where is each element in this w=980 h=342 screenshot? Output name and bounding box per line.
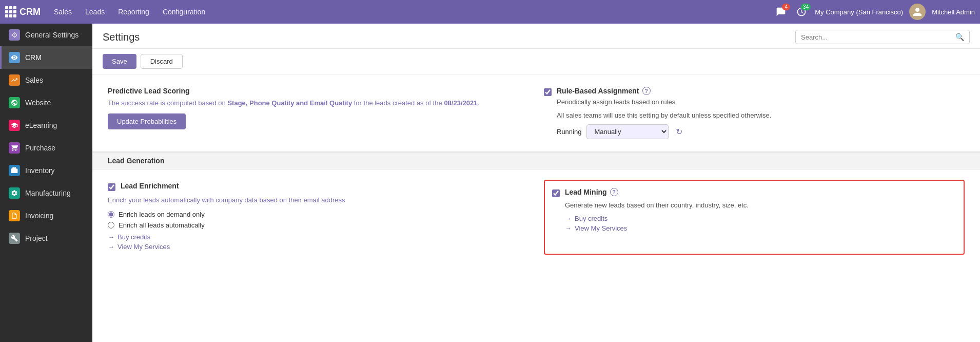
- radio-demand-input[interactable]: [108, 211, 114, 218]
- sidebar-item-project[interactable]: Project: [0, 227, 92, 250]
- crm-icon: [9, 52, 20, 63]
- settings-body: Predictive Lead Scoring The success rate…: [92, 74, 980, 265]
- sidebar-item-label: Manufacturing: [25, 189, 71, 197]
- sidebar-item-label: Purchase: [25, 144, 55, 152]
- rule-based-assignment-block: Rule-Based Assignment ? Periodically ass…: [544, 85, 965, 141]
- topnav-right: 4 34 My Company (San Francisco) Mitchell…: [774, 4, 975, 20]
- running-label: Running: [557, 128, 581, 136]
- lead-enrichment-title: Lead Enrichment: [121, 182, 179, 190]
- app-body: ⚙ General Settings CRM Sales Website e: [0, 24, 980, 342]
- search-icon[interactable]: 🔍: [955, 33, 964, 41]
- lead-mining-title: Lead Mining ?: [565, 188, 956, 196]
- topnav-menu: Sales Leads Reporting Configuration: [48, 5, 771, 19]
- sidebar-item-label: Invoicing: [25, 212, 53, 220]
- clock-notification[interactable]: 34: [794, 5, 809, 19]
- lead-enrichment-checkbox[interactable]: [108, 183, 115, 191]
- website-icon: [9, 97, 20, 108]
- lead-enrichment-block: Lead Enrichment Enrich your leads automa…: [108, 180, 528, 255]
- rule-based-desc1: Periodically assign leads based on rules: [557, 97, 771, 107]
- arrow-icon: →: [108, 233, 114, 241]
- settings-header: Settings 🔍: [92, 24, 980, 49]
- sidebar-item-crm[interactable]: CRM: [0, 46, 92, 69]
- lead-scoring-section: Predictive Lead Scoring The success rate…: [92, 74, 980, 152]
- app-logo[interactable]: CRM: [5, 6, 41, 17]
- sidebar-item-manufacturing[interactable]: Manufacturing: [0, 182, 92, 204]
- arrow-icon: →: [108, 243, 114, 251]
- sidebar-item-label: Sales: [25, 76, 43, 84]
- search-box: 🔍: [795, 30, 970, 44]
- lead-enrichment-desc: Enrich your leads automatically with com…: [108, 195, 528, 205]
- rule-based-desc2: All sales teams will use this setting by…: [557, 110, 771, 121]
- lead-mining-help-icon[interactable]: ?: [610, 188, 618, 196]
- running-row: Running Manually Every Hour Every Day Ev…: [557, 124, 771, 139]
- invoicing-icon: [9, 210, 20, 221]
- purchase-icon: [9, 142, 20, 154]
- lead-generation-content: Lead Enrichment Enrich your leads automa…: [92, 169, 980, 265]
- radio-demand: Enrich leads on demand only: [108, 211, 528, 218]
- rule-based-assignment-checkbox[interactable]: [544, 88, 552, 96]
- refresh-button[interactable]: ↻: [674, 125, 684, 139]
- lead-mining-desc: Generate new leads based on their countr…: [565, 200, 956, 211]
- nav-item-reporting[interactable]: Reporting: [112, 5, 155, 19]
- mining-buy-credits-link[interactable]: → Buy credits: [565, 215, 956, 222]
- user-name[interactable]: Mitchell Admin: [932, 8, 975, 16]
- sidebar-item-label: eLearning: [25, 121, 57, 129]
- enrichment-view-services-link[interactable]: → View My Services: [108, 243, 528, 251]
- sidebar-item-website[interactable]: Website: [0, 91, 92, 114]
- sidebar-item-general-settings[interactable]: ⚙ General Settings: [0, 24, 92, 46]
- rule-based-assignment-title: Rule-Based Assignment ?: [557, 87, 771, 95]
- project-icon: [9, 233, 20, 244]
- lead-mining-checkbox[interactable]: [552, 189, 560, 197]
- sidebar-item-inventory[interactable]: Inventory: [0, 159, 92, 182]
- clock-badge: 34: [801, 4, 811, 10]
- lead-enrichment-header: Lead Enrichment: [108, 182, 528, 191]
- gear-icon: ⚙: [9, 29, 20, 41]
- enrichment-buy-credits-link[interactable]: → Buy credits: [108, 233, 528, 241]
- radio-demand-label: Enrich leads on demand only: [119, 211, 205, 218]
- sidebar: ⚙ General Settings CRM Sales Website e: [0, 24, 92, 342]
- nav-item-sales[interactable]: Sales: [48, 5, 78, 19]
- sidebar-item-label: Project: [25, 234, 48, 242]
- sidebar-item-label: Website: [25, 99, 51, 107]
- user-avatar[interactable]: [909, 4, 926, 20]
- topnav: CRM Sales Leads Reporting Configuration …: [0, 0, 980, 24]
- running-select[interactable]: Manually Every Hour Every Day Every Week: [586, 124, 669, 139]
- nav-item-leads[interactable]: Leads: [79, 5, 111, 19]
- predictive-lead-scoring-desc: The success rate is computed based on St…: [108, 98, 528, 108]
- mining-view-services-link[interactable]: → View My Services: [565, 224, 956, 232]
- chat-badge: 4: [782, 4, 790, 10]
- predictive-lead-scoring-block: Predictive Lead Scoring The success rate…: [108, 85, 528, 141]
- update-probabilities-button[interactable]: Update Probabilities: [108, 113, 186, 129]
- rule-based-help-icon[interactable]: ?: [642, 87, 651, 95]
- sidebar-item-label: Inventory: [25, 166, 55, 175]
- search-input[interactable]: [801, 33, 955, 41]
- main-content: Settings 🔍 Save Discard Predictive Lead …: [92, 24, 980, 342]
- sidebar-item-sales[interactable]: Sales: [0, 69, 92, 91]
- sidebar-item-purchase[interactable]: Purchase: [0, 137, 92, 159]
- lead-generation-header: Lead Generation: [92, 152, 980, 169]
- sales-icon: [9, 74, 20, 86]
- company-name: My Company (San Francisco): [815, 8, 903, 16]
- sidebar-item-label: CRM: [25, 53, 42, 62]
- page-title: Settings: [103, 31, 140, 43]
- predictive-lead-scoring-title: Predictive Lead Scoring: [108, 87, 528, 95]
- sidebar-item-elearning[interactable]: eLearning: [0, 114, 92, 137]
- app-name: CRM: [19, 7, 41, 17]
- save-button[interactable]: Save: [103, 54, 136, 69]
- discard-button[interactable]: Discard: [141, 54, 183, 69]
- radio-all-label: Enrich all leads automatically: [119, 221, 205, 229]
- arrow-icon: →: [565, 224, 572, 232]
- elearning-icon: [9, 120, 20, 131]
- inventory-icon: [9, 165, 20, 176]
- manufacturing-icon: [9, 187, 20, 199]
- settings-toolbar: Save Discard: [92, 49, 980, 74]
- enrichment-radio-group: Enrich leads on demand only Enrich all l…: [108, 211, 528, 229]
- sidebar-item-label: General Settings: [25, 31, 79, 39]
- arrow-icon: →: [565, 215, 572, 222]
- nav-item-configuration[interactable]: Configuration: [156, 5, 211, 19]
- lead-mining-header: Lead Mining ? Generate new leads based o…: [552, 188, 956, 234]
- radio-all: Enrich all leads automatically: [108, 221, 528, 229]
- sidebar-item-invoicing[interactable]: Invoicing: [0, 204, 92, 227]
- chat-notification[interactable]: 4: [774, 5, 788, 19]
- radio-all-input[interactable]: [108, 222, 114, 229]
